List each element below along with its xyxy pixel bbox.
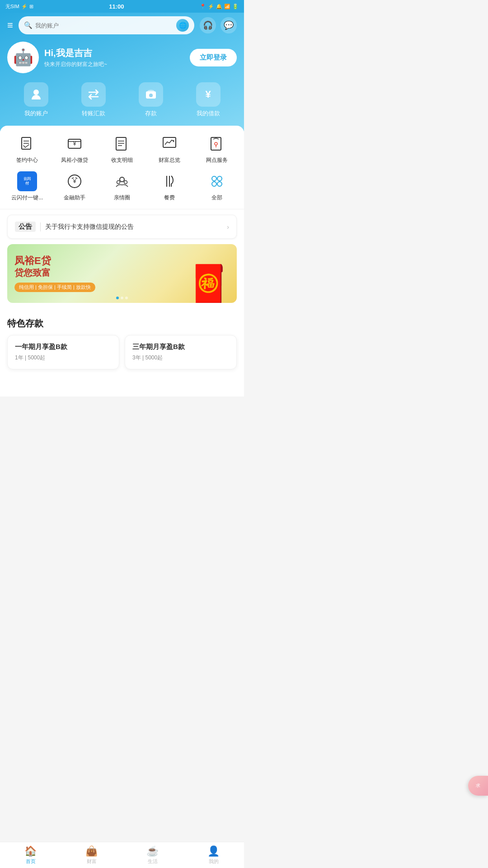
quick-nav-deposit[interactable]: 存款 <box>139 82 163 118</box>
deposit-card-title-2: 三年期月享盈B款 <box>132 343 229 351</box>
svg-rect-13 <box>211 137 221 150</box>
svg-rect-8 <box>116 137 126 150</box>
quick-nav-loan[interactable]: ¥ 我的借款 <box>196 82 221 118</box>
services-grid-1: 签约中心 ¥ 凤裕小微贷 收支明细 <box>0 126 244 168</box>
message-button[interactable]: 💬 <box>221 17 237 33</box>
service-label-10: 全部 <box>211 194 222 202</box>
wifi-icon: 📶 <box>224 4 230 9</box>
dot-1 <box>116 297 119 299</box>
service-label-9: 餐费 <box>164 194 175 202</box>
banner-tags: 纯信用 | 免担保 | 手续简 | 放款快 <box>14 283 95 292</box>
section-title-deposit: 特色存款 <box>0 310 244 335</box>
transfer-icon <box>81 82 106 107</box>
sim-text: 无SIM <box>5 3 19 10</box>
service-meal[interactable]: 餐费 <box>145 171 193 202</box>
robot-icon: 🤖 <box>13 48 33 67</box>
service-micro-loan[interactable]: ¥ 凤裕小微贷 <box>51 134 99 164</box>
banner-ad[interactable]: 凤裕E贷 贷您致富 纯信用 | 免担保 | 手续简 | 放款快 🧧 <box>7 244 237 303</box>
signing-icon <box>17 134 37 154</box>
svg-point-24 <box>217 176 222 181</box>
login-button[interactable]: 立即登录 <box>190 49 237 66</box>
notice-arrow-icon: › <box>227 223 229 231</box>
deposit-icon <box>139 82 163 107</box>
branch-icon <box>207 134 227 154</box>
quick-nav-transfer[interactable]: 转账汇款 <box>81 82 106 118</box>
service-transactions[interactable]: 收支明细 <box>99 134 146 164</box>
svg-point-0 <box>33 90 39 95</box>
notice-banner[interactable]: 公告 关于我行卡支持微信提现的公告 › <box>7 215 237 239</box>
greeting-text: Hi,我是吉吉 快来开启你的财富之旅吧~ <box>44 47 184 68</box>
service-label-8: 亲情圈 <box>114 194 130 202</box>
status-left: 无SIM ⚡ ⊞ <box>5 3 33 10</box>
service-branch[interactable]: 网点服务 <box>193 134 240 164</box>
svg-text:¥: ¥ <box>73 178 77 184</box>
svg-point-2 <box>149 94 153 97</box>
robot-avatar: 🤖 <box>7 42 39 73</box>
svg-point-14 <box>215 142 217 145</box>
content-area: 签约中心 ¥ 凤裕小微贷 收支明细 <box>0 126 244 396</box>
search-icon: 🔍 <box>24 21 33 29</box>
cast-icon: ⊞ <box>29 4 33 9</box>
wealth-icon <box>160 134 179 154</box>
service-signing-center[interactable]: 签约中心 <box>4 134 51 164</box>
service-label-3: 收支明细 <box>111 156 133 164</box>
deposit-card-info-2: 3年 | 5000起 <box>132 354 229 362</box>
quick-nav-my-account[interactable]: 我的账户 <box>24 82 48 118</box>
nav-label-transfer: 转账汇款 <box>82 109 105 118</box>
services-grid-2: 云闪付 云闪付一键... ¥ 金融助手 <box>0 168 244 209</box>
headset-button[interactable]: 🎧 <box>200 17 216 33</box>
header-icons: 🎧 💬 <box>200 17 237 33</box>
nav-label-loan: 我的借款 <box>197 109 220 118</box>
account-icon <box>24 82 48 107</box>
status-time: 11:00 <box>109 3 124 10</box>
deposit-card-title-1: 一年期月享盈B款 <box>15 343 112 351</box>
micro-loan-icon: ¥ <box>65 134 84 154</box>
deposit-cards: 一年期月享盈B款 1年 | 5000起 三年期月享盈B款 3年 | 5000起 <box>0 335 244 369</box>
usb-icon: ⚡ <box>21 4 28 9</box>
search-input[interactable] <box>35 22 174 29</box>
search-bar[interactable]: 🔍 🌐 <box>19 16 194 34</box>
notice-divider <box>40 222 41 231</box>
meal-icon <box>160 171 179 191</box>
all-icon <box>207 171 227 191</box>
battery-icon: 🔋 <box>232 4 239 9</box>
bluetooth-icon: ⚡ <box>208 4 214 9</box>
search-row: ≡ 🔍 🌐 🎧 💬 <box>7 16 237 34</box>
nav-label-account: 我的账户 <box>24 109 48 118</box>
svg-point-20 <box>124 181 127 184</box>
service-yunshan[interactable]: 云闪付 云闪付一键... <box>4 171 51 202</box>
service-wealth[interactable]: 财富总览 <box>145 134 193 164</box>
transactions-icon <box>112 134 132 154</box>
location-icon: 📍 <box>200 4 206 9</box>
service-label-1: 签约中心 <box>16 156 38 164</box>
svg-point-18 <box>120 177 124 182</box>
deposit-card-2[interactable]: 三年期月享盈B款 3年 | 5000起 <box>125 335 237 369</box>
dot-2 <box>121 297 123 299</box>
mute-icon: 🔔 <box>216 4 222 9</box>
notice-label: 公告 <box>15 222 36 232</box>
header-bg: ≡ 🔍 🌐 🎧 💬 🤖 Hi,我是吉吉 快来开启你的财富之旅吧~ 立即登录 <box>0 13 244 131</box>
service-family-circle[interactable]: 亲情圈 <box>99 171 146 202</box>
service-label-6: 云闪付一键... <box>11 194 43 202</box>
greeting-row: 🤖 Hi,我是吉吉 快来开启你的财富之旅吧~ 立即登录 <box>7 42 237 73</box>
quick-nav: 我的账户 转账汇款 存款 ¥ 我的借款 <box>7 82 237 118</box>
notice-text: 关于我行卡支持微信提现的公告 <box>45 223 222 231</box>
service-label-4: 财富总览 <box>159 156 180 164</box>
greeting-sub: 快来开启你的财富之旅吧~ <box>44 61 184 68</box>
family-circle-icon <box>112 171 132 191</box>
service-financial-assistant[interactable]: ¥ 金融助手 <box>51 171 99 202</box>
deposit-card-1[interactable]: 一年期月享盈B款 1年 | 5000起 <box>7 335 119 369</box>
deposit-card-info-1: 1年 | 5000起 <box>15 354 112 362</box>
globe-icon[interactable]: 🌐 <box>176 19 189 32</box>
service-label-5: 网点服务 <box>206 156 228 164</box>
status-right: 📍 ⚡ 🔔 📶 🔋 <box>200 4 239 9</box>
service-all[interactable]: 全部 <box>193 171 240 202</box>
menu-icon[interactable]: ≡ <box>7 19 13 31</box>
nav-label-deposit: 存款 <box>145 109 157 118</box>
svg-point-26 <box>217 182 222 186</box>
loan-icon: ¥ <box>196 82 221 107</box>
svg-point-23 <box>212 176 216 181</box>
financial-assistant-icon: ¥ <box>65 171 84 191</box>
dot-3 <box>125 297 128 299</box>
yunshan-icon: 云闪付 <box>17 171 37 191</box>
